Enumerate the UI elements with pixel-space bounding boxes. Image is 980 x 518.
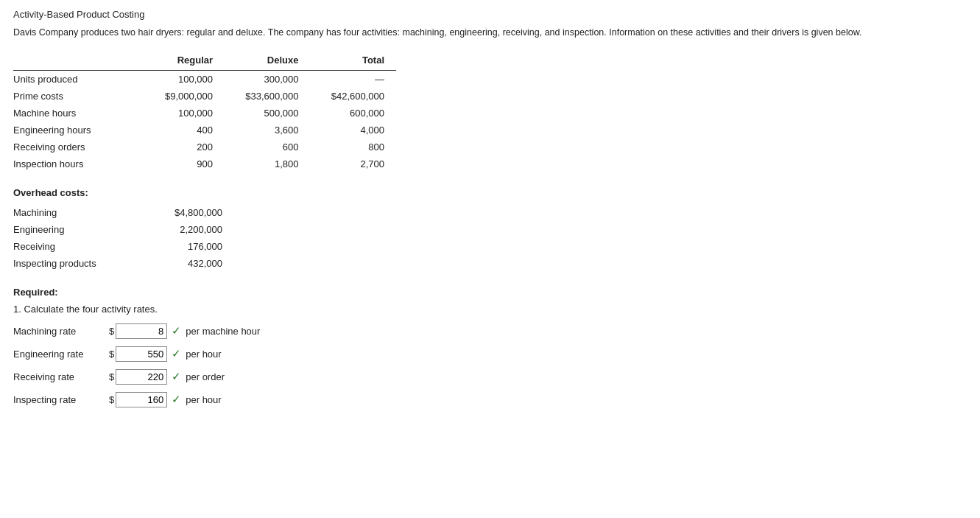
col-header-label: [13, 53, 145, 70]
table-row: Machine hours 100,000 500,000 600,000: [13, 105, 396, 122]
row-total: 600,000: [311, 105, 397, 122]
overhead-row: Receiving 176,000: [13, 238, 234, 255]
row-regular: 900: [145, 155, 225, 172]
overhead-label-cell: Engineering: [13, 221, 139, 238]
row-regular: 400: [145, 122, 225, 139]
rate-per-unit: per machine hour: [186, 326, 260, 337]
rate-dollar: $: [109, 326, 114, 337]
overhead-label-cell: Inspecting products: [13, 255, 139, 272]
row-label: Machine hours: [13, 105, 145, 122]
rate-per-unit: per order: [186, 371, 225, 382]
rate-row: Inspecting rate $ ✓ per hour: [13, 392, 967, 407]
row-total: 800: [311, 139, 397, 155]
row-label: Prime costs: [13, 88, 145, 105]
check-icon: ✓: [172, 370, 181, 383]
overhead-amount: 432,000: [139, 255, 234, 272]
row-regular: $9,000,000: [145, 88, 225, 105]
row-deluxe: 300,000: [225, 70, 310, 88]
required-label: Required:: [13, 287, 967, 298]
rate-per-unit: per hour: [186, 394, 221, 405]
rate-label: Inspecting rate: [13, 394, 109, 405]
rate-label: Machining rate: [13, 326, 109, 337]
col-header-total: Total: [311, 53, 397, 70]
rate-label: Engineering rate: [13, 349, 109, 360]
row-deluxe: $33,600,000: [225, 88, 310, 105]
rate-input[interactable]: [116, 369, 167, 385]
overhead-amount: $4,800,000: [139, 204, 234, 221]
overhead-amount: 2,200,000: [139, 221, 234, 238]
row-regular: 100,000: [145, 70, 225, 88]
overhead-amount: 176,000: [139, 238, 234, 255]
check-icon: ✓: [172, 347, 181, 360]
check-icon: ✓: [172, 324, 181, 337]
rate-input[interactable]: [116, 346, 167, 362]
row-deluxe: 500,000: [225, 105, 310, 122]
row-regular: 200: [145, 139, 225, 155]
overhead-row: Machining $4,800,000: [13, 204, 234, 221]
table-row: Prime costs $9,000,000 $33,600,000 $42,6…: [13, 88, 396, 105]
row-total: $42,600,000: [311, 88, 397, 105]
overhead-row: Engineering 2,200,000: [13, 221, 234, 238]
row-total: 2,700: [311, 155, 397, 172]
col-header-regular: Regular: [145, 53, 225, 70]
main-table: Regular Deluxe Total Units produced 100,…: [13, 53, 396, 172]
overhead-table: Machining $4,800,000 Engineering 2,200,0…: [13, 204, 234, 272]
row-deluxe: 3,600: [225, 122, 310, 139]
row-regular: 100,000: [145, 105, 225, 122]
col-header-deluxe: Deluxe: [225, 53, 310, 70]
check-icon: ✓: [172, 393, 181, 406]
row-label: Engineering hours: [13, 122, 145, 139]
instruction: 1. Calculate the four activity rates.: [13, 304, 967, 315]
rate-dollar: $: [109, 371, 114, 382]
page-title: Activity-Based Product Costing: [13, 9, 967, 20]
rate-row: Receiving rate $ ✓ per order: [13, 369, 967, 385]
overhead-label: Overhead costs:: [13, 187, 967, 198]
table-header-row: Regular Deluxe Total: [13, 53, 396, 70]
row-total: —: [311, 70, 397, 88]
required-section: Required: 1. Calculate the four activity…: [13, 287, 967, 407]
table-row: Inspection hours 900 1,800 2,700: [13, 155, 396, 172]
row-label: Receiving orders: [13, 139, 145, 155]
row-label: Inspection hours: [13, 155, 145, 172]
row-total: 4,000: [311, 122, 397, 139]
description: Davis Company produces two hair dryers: …: [13, 26, 956, 40]
overhead-label-cell: Receiving: [13, 238, 139, 255]
row-deluxe: 1,800: [225, 155, 310, 172]
rate-label: Receiving rate: [13, 371, 109, 382]
table-row: Engineering hours 400 3,600 4,000: [13, 122, 396, 139]
table-row: Units produced 100,000 300,000 —: [13, 70, 396, 88]
overhead-label-cell: Machining: [13, 204, 139, 221]
row-deluxe: 600: [225, 139, 310, 155]
rate-dollar: $: [109, 349, 114, 360]
rate-row: Engineering rate $ ✓ per hour: [13, 346, 967, 362]
table-row: Receiving orders 200 600 800: [13, 139, 396, 155]
rate-per-unit: per hour: [186, 349, 221, 360]
rate-row: Machining rate $ ✓ per machine hour: [13, 323, 967, 339]
rate-input[interactable]: [116, 392, 167, 407]
rate-input[interactable]: [116, 323, 167, 339]
overhead-row: Inspecting products 432,000: [13, 255, 234, 272]
rate-dollar: $: [109, 394, 114, 405]
row-label: Units produced: [13, 70, 145, 88]
